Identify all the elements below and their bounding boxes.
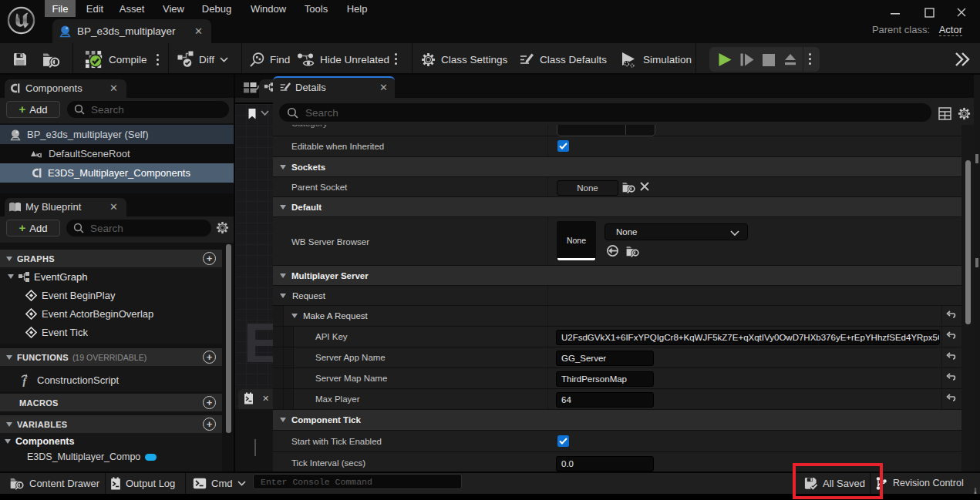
stop-button[interactable]: [763, 54, 775, 66]
event-begin-play-row[interactable]: Event BeginPlay: [0, 286, 222, 304]
browse-icon[interactable]: [625, 244, 640, 257]
api-key-input[interactable]: U2FsdGVkX1+6IFxYPQIgCr8+KqWJF5kZ7E+qXqtI…: [556, 330, 940, 345]
compile-options-icon[interactable]: [157, 54, 159, 65]
cmd-dropdown[interactable]: Cmd: [193, 475, 247, 491]
event-tick-row[interactable]: Event Tick: [0, 323, 222, 341]
output-log-button[interactable]: Output Log: [110, 475, 180, 491]
simulation-button[interactable]: Simulation: [620, 48, 694, 71]
play-options-icon[interactable]: [809, 53, 811, 65]
clear-icon[interactable]: [639, 181, 650, 192]
add-graph-icon[interactable]: +: [203, 252, 216, 265]
menu-item-window[interactable]: Window: [245, 0, 291, 17]
tree-row-e3ds-component[interactable]: E3DS_Multiplayer_Components: [0, 163, 234, 183]
class-defaults-button[interactable]: Class Defaults: [519, 48, 608, 71]
variables-section-header[interactable]: VARIABLES +: [0, 415, 222, 433]
menu-item-debug[interactable]: Debug: [197, 0, 236, 17]
start-tick-checkbox[interactable]: [557, 435, 569, 447]
default-header[interactable]: Default: [273, 197, 974, 217]
server-app-name-input[interactable]: GG_Server: [556, 351, 654, 366]
my-blueprint-add-button[interactable]: + Add: [6, 220, 60, 237]
tree-row-self[interactable]: BP_e3ds_multiplayer (Self): [0, 125, 234, 144]
browse-asset-button[interactable]: [42, 51, 61, 68]
menu-item-edit[interactable]: Edit: [82, 0, 108, 17]
content-drawer-button[interactable]: Content Drawer: [9, 475, 109, 491]
menu-item-tools[interactable]: Tools: [299, 0, 333, 17]
hide-unrelated-options-icon[interactable]: [395, 53, 397, 65]
console-command-input[interactable]: Enter Console Command: [253, 474, 462, 489]
components-tab[interactable]: Components ✕: [5, 79, 126, 98]
asset-tab[interactable]: BP_e3ds_multiplayer ✕: [52, 19, 211, 43]
my-blueprint-scrollbar[interactable]: [226, 244, 231, 433]
components-search-input[interactable]: Search: [67, 101, 229, 118]
functions-section-header[interactable]: FUNCTIONS (19 OVERRIDABLE) +: [0, 348, 222, 366]
asset-tab-close-icon[interactable]: ✕: [194, 26, 203, 36]
my-blueprint-tab-close-icon[interactable]: ✕: [109, 202, 118, 212]
component-variable-row[interactable]: E3DS_Multiplayer_Compo: [0, 449, 222, 465]
reset-icon[interactable]: [946, 331, 957, 341]
minimize-button[interactable]: [884, 3, 907, 22]
components-category-row[interactable]: Components: [0, 434, 222, 449]
details-search-input[interactable]: Search: [279, 103, 931, 122]
play-button[interactable]: [718, 52, 732, 67]
event-graph-row[interactable]: EventGraph: [0, 267, 222, 286]
revision-control-button[interactable]: Revision Control: [874, 475, 975, 492]
add-variable-icon[interactable]: +: [203, 418, 216, 431]
hide-unrelated-button[interactable]: Hide Unrelated: [295, 48, 406, 71]
menu-item-asset[interactable]: Asset: [116, 0, 148, 17]
bookmark-icon[interactable]: [248, 109, 256, 119]
viewport-tab-icon[interactable]: [244, 82, 261, 94]
details-tab[interactable]: Details ✕: [273, 76, 395, 98]
eject-button[interactable]: [784, 53, 796, 66]
compile-button[interactable]: Compile: [85, 48, 165, 71]
class-settings-button[interactable]: Class Settings: [421, 48, 521, 71]
unreal-logo-icon[interactable]: [6, 5, 36, 35]
multiplayer-server-header[interactable]: Multiplayer Server: [273, 266, 974, 286]
save-button[interactable]: [12, 52, 28, 67]
tick-interval-input[interactable]: 0.0: [556, 456, 654, 471]
my-blueprint-settings-icon[interactable]: [216, 221, 229, 234]
menu-item-help[interactable]: Help: [341, 0, 373, 17]
sidebar-tab-mark[interactable]: [975, 258, 978, 267]
parent-class-link[interactable]: Actor: [939, 24, 962, 36]
find-button[interactable]: Find: [249, 48, 292, 71]
toolbar-overflow-icon[interactable]: [953, 52, 972, 67]
graph-strip-scrollbar[interactable]: [254, 439, 256, 456]
reset-icon[interactable]: [946, 373, 957, 383]
make-a-request-row[interactable]: Make A Request: [273, 306, 974, 327]
component-tick-header[interactable]: Component Tick: [273, 410, 974, 431]
request-row[interactable]: Request: [273, 286, 974, 306]
tree-row-scene-root[interactable]: DefaultSceneRoot: [0, 144, 234, 163]
wb-thumbnail[interactable]: None: [557, 221, 596, 261]
menu-item-file[interactable]: File: [45, 0, 76, 17]
bookmark-chevron-icon[interactable]: [261, 110, 269, 116]
output-log-tab-close-icon[interactable]: ✕: [262, 394, 269, 404]
sidebar-tab-mark[interactable]: [975, 154, 978, 163]
wb-dropdown[interactable]: None: [605, 223, 748, 240]
editable-checkbox[interactable]: [557, 140, 569, 152]
maximize-button[interactable]: [918, 3, 941, 22]
macros-section-header[interactable]: MACROS +: [0, 394, 222, 411]
details-settings-icon[interactable]: [958, 107, 971, 120]
components-tab-close-icon[interactable]: ✕: [109, 83, 118, 93]
close-window-button[interactable]: [950, 3, 973, 22]
construction-script-row[interactable]: f ConstructionScript: [0, 371, 222, 389]
add-function-icon[interactable]: +: [203, 351, 216, 364]
reset-icon[interactable]: [946, 394, 957, 404]
details-scrollbar-thumb[interactable]: [965, 160, 971, 324]
details-display-filter-icon[interactable]: [938, 107, 951, 120]
parent-socket-value[interactable]: None: [557, 180, 618, 196]
max-player-input[interactable]: 64: [556, 392, 654, 408]
reset-icon[interactable]: [946, 352, 957, 362]
add-macro-icon[interactable]: +: [203, 396, 216, 409]
event-actor-begin-overlap-row[interactable]: Event ActorBeginOverlap: [0, 304, 222, 323]
frame-skip-button[interactable]: [740, 53, 754, 66]
my-blueprint-search-input[interactable]: Search: [66, 220, 211, 237]
server-map-name-input[interactable]: ThirdPersonMap: [556, 371, 654, 387]
reset-icon[interactable]: [946, 310, 957, 320]
use-selected-icon[interactable]: [606, 244, 619, 257]
diff-button[interactable]: Diff: [177, 48, 236, 71]
components-add-button[interactable]: + Add: [6, 101, 60, 118]
browse-icon[interactable]: [621, 180, 636, 193]
my-blueprint-tab[interactable]: My Blueprint ✕: [5, 198, 126, 216]
details-tab-close-icon[interactable]: ✕: [379, 82, 388, 92]
